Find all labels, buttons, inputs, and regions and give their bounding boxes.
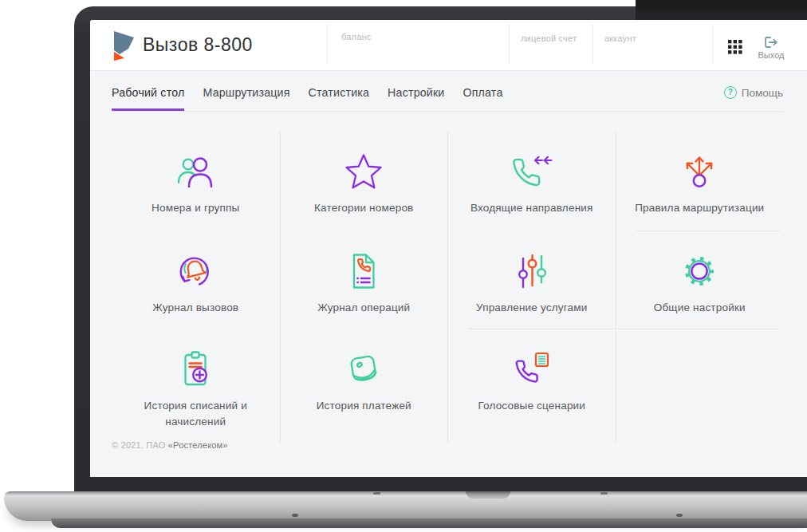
- tab-statistics[interactable]: Статистика: [309, 81, 370, 111]
- tile-number-categories[interactable]: Категории номеров: [280, 132, 448, 231]
- tile-label: Журнал вызовов: [152, 300, 238, 316]
- tab-dashboard[interactable]: Рабочий стол: [112, 81, 184, 111]
- laptop-hinge-mark: [373, 492, 380, 495]
- balance-label: баланс: [341, 32, 371, 41]
- star-icon: [344, 150, 383, 193]
- payments-history-wallet-icon: [344, 348, 383, 391]
- tab-payment[interactable]: Оплата: [463, 81, 502, 111]
- empty-grid-cell: [616, 329, 784, 443]
- laptop-foot: [676, 514, 683, 517]
- tile-incoming-directions[interactable]: Входящие направления: [447, 132, 616, 231]
- sliders-icon: [513, 250, 551, 293]
- laptop-latch-notch: [466, 491, 510, 499]
- tile-label: Входящие направления: [470, 200, 593, 216]
- laptop-screen: Вызов 8-800 баланс лицевой счет аккаунт: [90, 20, 807, 477]
- tile-routing-rules[interactable]: Правила маршрутизации: [616, 132, 784, 231]
- laptop-foot: [292, 514, 298, 517]
- tile-payments-history[interactable]: История платежей: [280, 329, 448, 443]
- header-divider: [509, 24, 510, 64]
- nav-tabs: Рабочий стол Маршрутизация Статистика На…: [112, 81, 783, 112]
- apps-grid-icon[interactable]: [728, 40, 742, 54]
- tile-general-settings[interactable]: Общие настройки: [616, 231, 784, 329]
- tab-routing[interactable]: Маршрутизация: [203, 81, 289, 111]
- laptop-base-underside: [51, 518, 807, 528]
- logout-button[interactable]: Выход: [750, 36, 792, 60]
- voice-scenarios-phone-icon: [512, 348, 552, 391]
- company-name: «Ростелеком»: [168, 440, 228, 450]
- tile-numbers-and-groups[interactable]: Номера и группы: [112, 132, 280, 231]
- help-label: Помощь: [742, 87, 783, 99]
- laptop-base: [4, 491, 807, 521]
- header-divider: [592, 24, 593, 64]
- laptop-hinge-mark: [600, 492, 608, 495]
- copyright-text: © 2021. ПАО: [112, 440, 168, 450]
- routing-arrows-icon: [680, 150, 718, 193]
- tile-label: Категории номеров: [314, 200, 413, 216]
- gear-icon: [680, 250, 718, 293]
- tile-service-management[interactable]: Управление услугами: [447, 231, 616, 329]
- tile-voice-scenarios[interactable]: Голосовые сценарии: [447, 329, 616, 443]
- incoming-call-icon: [510, 150, 553, 193]
- tile-label: Управление услугами: [476, 300, 588, 316]
- tile-label: Журнал операций: [317, 300, 410, 316]
- tile-label: История списаний и начислений: [122, 398, 269, 429]
- tile-charges-history[interactable]: История списаний и начислений: [112, 329, 280, 443]
- question-circle-icon: ?: [724, 86, 737, 99]
- tile-call-log[interactable]: Журнал вызовов: [112, 231, 280, 329]
- users-icon: [176, 150, 215, 193]
- header-divider: [712, 24, 713, 64]
- dashboard-grid: Номера и группы Категории номеров: [112, 132, 783, 443]
- rostelecom-logo-icon: [112, 30, 136, 61]
- app-header: Вызов 8-800 баланс лицевой счет аккаунт: [90, 20, 807, 71]
- personal-account-label: лицевой счет: [521, 33, 577, 43]
- tile-operations-log[interactable]: Журнал операций: [280, 231, 448, 329]
- tab-settings[interactable]: Настройки: [388, 81, 444, 111]
- tile-label: Правила маршрутизации: [635, 200, 764, 216]
- charges-history-clipboard-icon: [176, 348, 215, 391]
- app-title: Вызов 8-800: [143, 20, 253, 70]
- tile-label: Голосовые сценарии: [478, 398, 585, 414]
- footer-copyright: © 2021. ПАО «Ростелеком»: [112, 440, 228, 450]
- logout-label: Выход: [750, 50, 792, 60]
- tile-label: История платежей: [317, 398, 411, 414]
- account-label: аккаунт: [604, 33, 636, 43]
- help-link[interactable]: ? Помощь: [724, 83, 783, 102]
- tile-label: Общие настройки: [654, 300, 746, 316]
- operations-log-document-icon: [344, 250, 383, 293]
- logout-icon: [750, 36, 792, 49]
- tile-label: Номера и группы: [152, 200, 239, 216]
- header-divider: [327, 24, 328, 64]
- call-log-bell-icon: [175, 250, 215, 293]
